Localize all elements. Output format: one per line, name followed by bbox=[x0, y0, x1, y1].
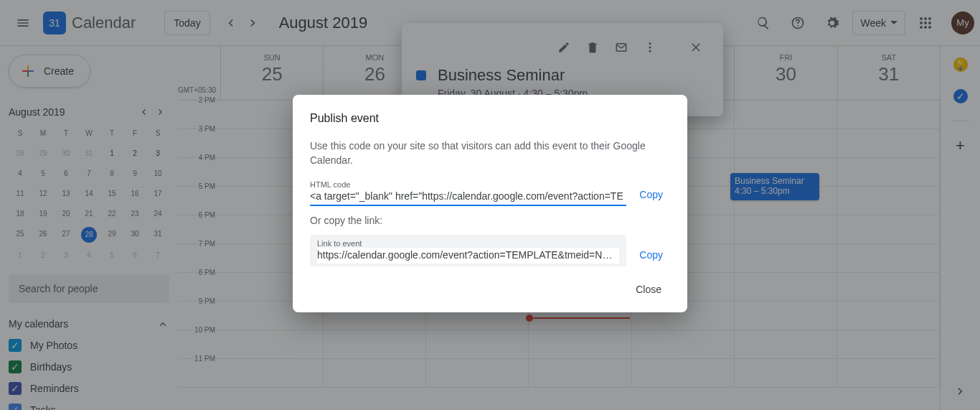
publish-event-dialog: Publish event Use this code on your site… bbox=[293, 95, 687, 312]
or-copy-link-label: Or copy the link: bbox=[310, 215, 670, 226]
link-input[interactable] bbox=[317, 248, 619, 264]
html-code-input[interactable] bbox=[310, 189, 626, 206]
html-code-label: HTML code bbox=[310, 180, 626, 189]
dialog-title: Publish event bbox=[310, 112, 670, 125]
copy-link-button[interactable]: Copy bbox=[632, 243, 670, 266]
link-label: Link to event bbox=[317, 239, 619, 248]
close-dialog-button[interactable]: Close bbox=[627, 278, 670, 301]
copy-html-button[interactable]: Copy bbox=[632, 183, 670, 206]
dialog-description: Use this code on your site so that visit… bbox=[310, 139, 670, 167]
